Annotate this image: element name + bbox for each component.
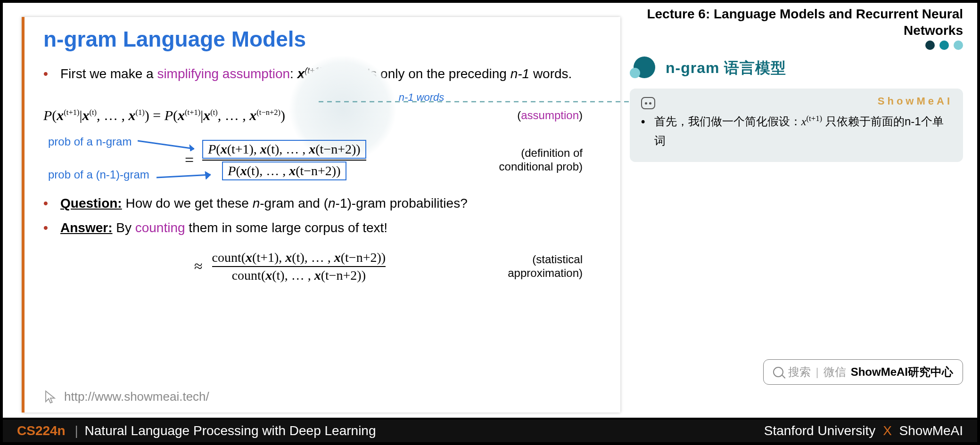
label-prob-ngram: prob of a n-gram <box>48 135 132 148</box>
label-prob-n1gram: prob of a (n-1)-gram <box>48 168 149 181</box>
arrow-icon <box>138 137 208 156</box>
footer-url: http://www.showmeai.tech/ <box>64 389 209 404</box>
svg-line-2 <box>156 175 211 178</box>
var-x: x <box>297 66 305 81</box>
count-numerator: count(x(t+1), x(t), … , x(t−n+2)) <box>212 250 386 265</box>
text: First we make a <box>60 66 157 81</box>
slide-footer: http://www.showmeai.tech/ <box>43 389 209 404</box>
slide-title: n-gram Language Models <box>43 26 601 52</box>
dot-icon <box>939 40 949 50</box>
course-code: CS224n <box>17 423 66 438</box>
dot-icon <box>954 40 963 50</box>
decorative-dots <box>630 40 963 50</box>
answer-label: Answer: <box>60 220 112 235</box>
lecture-title: Lecture 6: Language Models and Recurrent… <box>630 3 963 39</box>
search-pill[interactable]: 搜索 | 微信 ShowMeAI研究中心 <box>763 359 963 385</box>
formula-count-approx: ≈ count(x(t+1), x(t), … , x(t−n+2)) coun… <box>43 250 601 283</box>
org-name: ShowMeAI <box>899 423 963 438</box>
section-icon <box>630 57 658 80</box>
qa-block: • Question: How do we get these n-gram a… <box>43 194 601 237</box>
assumption-phrase: simplifying assumption <box>157 66 290 81</box>
svg-marker-1 <box>189 145 194 151</box>
x-separator: X <box>883 423 892 438</box>
approx-sign: ≈ <box>194 258 203 275</box>
bullet-dot: • <box>641 112 648 151</box>
brand-label: ShowMeAI <box>878 95 953 107</box>
section-header: n-gram 语言模型 <box>630 57 963 80</box>
svg-marker-3 <box>205 171 211 179</box>
course-subtitle: Natural Language Processing with Deep Le… <box>85 423 376 438</box>
n-1: n-1 <box>511 66 529 81</box>
formula-assumption: n-1 words ︷︷︷︷︷︷︷ P(x(t+1)|x(t), … , x(1… <box>43 91 601 123</box>
superscript: (t+1) <box>305 66 322 75</box>
note-assumption: (assumption) <box>517 109 583 122</box>
count-denominator: count(x(t), … , x(t−n+2)) <box>232 268 366 283</box>
formula-line-1: P(x(t+1)|x(t), … , x(1)) = P(x(t+1)|x(t)… <box>43 107 285 123</box>
separator: | <box>815 365 818 379</box>
page-footer: CS224n | Natural Language Processing wit… <box>3 418 977 442</box>
dot-icon <box>925 40 935 50</box>
pipe: | <box>75 423 78 438</box>
university: Stanford University <box>764 423 876 438</box>
search-prefix: 搜索 <box>788 364 811 380</box>
search-icon <box>773 367 783 377</box>
question-label: Question: <box>60 196 122 210</box>
svg-line-0 <box>138 141 194 149</box>
counting-word: counting <box>135 220 185 235</box>
search-name: ShowMeAI研究中心 <box>851 364 953 380</box>
bullet-assumption: • First we make a simplifying assumption… <box>43 65 601 83</box>
fraction-denominator: P(x(t), … , x(t−n+2)) <box>222 162 346 180</box>
fraction: P(x(t+1), x(t), … , x(t−n+2)) P(x(t), … … <box>202 140 366 180</box>
translation-card: ShowMeAI • 首先，我们做一个简化假设：x(t+1) 只依赖于前面的n-… <box>630 89 963 162</box>
search-wechat: 微信 <box>824 364 846 380</box>
text: words. <box>529 66 572 81</box>
text: : <box>290 66 297 81</box>
formula-conditional-prob: prob of a n-gram prob of a (n-1)-gram = … <box>43 140 601 180</box>
bullet-dot: • <box>43 65 52 83</box>
fraction-numerator: P(x(t+1), x(t), … , x(t−n+2)) <box>202 140 366 159</box>
cursor-icon <box>43 390 58 404</box>
note-definition: (definition of conditional prob) <box>479 146 583 174</box>
section-title: n-gram 语言模型 <box>666 58 786 79</box>
arrow-icon <box>156 169 222 188</box>
text: depends only on the preceding <box>322 66 511 81</box>
slide: n-gram Language Models • First we make a… <box>22 17 620 413</box>
note-statistical: (statistical approximation) <box>479 253 583 280</box>
robot-icon <box>641 97 655 109</box>
card-text: 首先，我们做一个简化假设：x(t+1) 只依赖于前面的n-1个单词 <box>654 112 952 151</box>
